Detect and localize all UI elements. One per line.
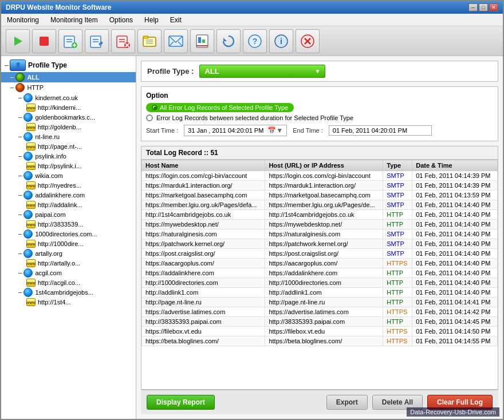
sidebar-item-http[interactable]: ─ HTTP — [1, 82, 136, 93]
cell-host: http://addlink1.com — [142, 288, 265, 298]
table-row[interactable]: https://aacargoplus.com/https://aacargop… — [142, 259, 498, 268]
expand-http-icon: ─ — [10, 85, 14, 90]
display-report-button[interactable]: Display Report — [147, 395, 215, 410]
paipai-www-icon: www — [26, 220, 36, 228]
play-button[interactable] — [6, 29, 30, 53]
export-button[interactable]: Export — [326, 395, 368, 410]
sidebar-item-kindernet-url[interactable]: www http://kinderni... — [1, 103, 136, 112]
sidebar-item-all[interactable]: ─ ALL — [1, 72, 136, 82]
maximize-button[interactable]: □ — [479, 3, 488, 11]
table-row[interactable]: https://marketgoal.basecamphq.comhttps:/… — [142, 191, 498, 200]
sidebar-item-psylink-url[interactable]: www http://psylink.i... — [1, 161, 136, 171]
sidebar-item-ntline-url[interactable]: www http://page.nt-... — [1, 142, 136, 151]
sidebar-item-addalink[interactable]: ─ addalinkhere.com — [1, 190, 136, 200]
sidebar-item-artally[interactable]: ─ artally.org — [1, 248, 136, 259]
cell-type: SMTP — [383, 200, 412, 210]
menu-monitoring-item[interactable]: Monitoring Item — [47, 15, 101, 25]
sidebar-item-1000dir[interactable]: ─ 1000directories.com... — [1, 229, 136, 239]
sidebar-item-paipai-url[interactable]: www http://3833539... — [1, 220, 136, 229]
sidebar-item-1000dir-url[interactable]: www http://1000dire... — [1, 239, 136, 248]
sidebar-item-1st4cam-url[interactable]: www http://1st4... — [1, 298, 136, 307]
addalink-www-icon: www — [26, 201, 36, 209]
table-row[interactable]: https://patchwork.kernel.org/https://pat… — [142, 239, 498, 249]
expand-wikia-icon: ─ — [18, 173, 22, 179]
right-panel: Profile Type : ALL ▼ Option All Error L — [136, 56, 503, 419]
table-row[interactable]: https://marduk1.interaction.org/https://… — [142, 181, 498, 191]
menu-exit[interactable]: Exit — [167, 15, 185, 25]
svg-marker-0 — [14, 37, 22, 46]
table-row[interactable]: https://naturalginesis.comhttps://natura… — [142, 229, 498, 239]
sidebar-item-ntline[interactable]: ─ nt-line.ru — [1, 132, 136, 142]
option-title: Option — [146, 92, 493, 100]
radio-row-2: Error Log Records between selected durat… — [146, 114, 493, 121]
table-row[interactable]: https://filebox.vt.eduhttps://filebox.vt… — [142, 327, 498, 336]
minimize-button[interactable]: ─ — [468, 3, 478, 11]
add-item-button[interactable] — [58, 29, 82, 53]
end-time-label: End Time : — [293, 127, 323, 134]
table-row[interactable]: https://beta.bloglines.com/https://beta.… — [142, 336, 498, 346]
table-row[interactable]: https://advertise.latimes.comhttps://adv… — [142, 307, 498, 317]
clear-full-log-button[interactable]: Clear Full Log — [427, 395, 493, 410]
import-button[interactable] — [137, 29, 162, 53]
cell-host: http://page.nt-line.ru — [142, 298, 265, 307]
cell-date: 01 Feb, 2011 04:14:40 PM — [412, 229, 498, 239]
sidebar-item-golden[interactable]: ─ goldenbookmarks.c... — [1, 112, 136, 122]
expand-artally-icon: ─ — [18, 251, 22, 256]
cell-date: 01 Feb, 2011 04:14:45 PM — [412, 317, 498, 327]
1st4cam-www-icon: www — [26, 298, 36, 306]
sidebar-item-wikia-url[interactable]: www http://nyedres... — [1, 181, 136, 190]
table-row[interactable]: http://addlink1.comhttp://addlink1.comHT… — [142, 288, 498, 298]
table-row[interactable]: https://member.lgiu.org.uk/Pages/defa...… — [142, 200, 498, 210]
table-row[interactable]: https://login.cos.com/cgi-bin/accounthtt… — [142, 171, 498, 181]
refresh-button[interactable] — [216, 29, 241, 53]
menu-options[interactable]: Options — [106, 15, 136, 25]
email-button[interactable] — [164, 29, 188, 53]
table-row[interactable]: https://mywebdesktop.net/https://mywebde… — [142, 220, 498, 229]
end-time-input[interactable]: 01 Feb, 2011 04:20:01 PM — [329, 125, 432, 136]
stop-button[interactable] — [32, 29, 56, 53]
sidebar-item-golden-url[interactable]: www http://goldenb... — [1, 122, 136, 132]
sidebar-item-psylink[interactable]: ─ psylink.info — [1, 151, 136, 161]
table-row[interactable]: https://post.craigslist.org/https://post… — [142, 249, 498, 259]
radio-duration-btn[interactable] — [146, 114, 153, 121]
start-calendar-icon[interactable]: 📅▼ — [267, 126, 283, 134]
delete-all-button[interactable]: Delete All — [372, 395, 423, 410]
golden-label: goldenbookmarks.c... — [35, 114, 95, 121]
col-type: Type — [383, 160, 412, 171]
cell-url: https://member.lgiu.org.uk/Pages/de... — [265, 200, 383, 210]
sidebar-item-1st4cam[interactable]: ─ 1st4cambridgejobs... — [1, 287, 136, 298]
sidebar-item-kindernet[interactable]: ─ kindernet.co.uk — [1, 93, 136, 103]
edit-item-button[interactable] — [85, 29, 109, 53]
table-row[interactable]: https://addalinkhere.comhttps://addalink… — [142, 268, 498, 278]
help-button[interactable]: ? — [243, 29, 267, 53]
sidebar-item-acgil[interactable]: ─ acgil.com — [1, 268, 136, 278]
sidebar-item-artally-url[interactable]: www http://artally.o... — [1, 259, 136, 268]
cell-type: SMTP — [383, 239, 412, 249]
table-row[interactable]: http://page.nt-line.ruhttp://page.nt-lin… — [142, 298, 498, 307]
cell-type: SMTP — [383, 171, 412, 181]
radio-all-logs[interactable]: All Error Log Records of Selected Profil… — [146, 103, 294, 112]
start-time-input[interactable]: 31 Jan , 2011 04:20:01 PM 📅▼ — [184, 125, 287, 136]
table-row[interactable]: http://1000directories.comhttp://1000dir… — [142, 278, 498, 288]
collapse-icon[interactable]: ─ — [5, 62, 9, 69]
sidebar-item-addalink-url[interactable]: www http://addalink... — [1, 200, 136, 209]
info-button[interactable]: i — [269, 29, 293, 53]
svg-rect-28 — [196, 45, 208, 46]
close-button[interactable]: ✕ — [489, 3, 498, 11]
delete-item-button[interactable] — [111, 29, 135, 53]
sidebar-item-wikia[interactable]: ─ wikia.com — [1, 171, 136, 181]
profile-type-dropdown[interactable]: ALL ▼ — [199, 65, 325, 78]
table-row[interactable]: http://38335393.paipai.comhttp://3833539… — [142, 317, 498, 327]
report-button[interactable] — [190, 29, 214, 53]
sidebar-item-paipai[interactable]: ─ paipai.com — [1, 209, 136, 220]
cell-date: 01 Feb, 2011 04:14:39 PM — [412, 171, 498, 181]
exit-app-button[interactable] — [296, 29, 320, 53]
table-row[interactable]: http://1st4cambridgejobs.co.ukhttp://1st… — [142, 210, 498, 220]
log-table-container[interactable]: Host Name Host (URL) or IP Address Type … — [141, 160, 498, 389]
menu-monitoring[interactable]: Monitoring — [3, 15, 42, 25]
menu-help[interactable]: Help — [141, 15, 162, 25]
cell-date: 01 Feb, 2011 04:14:42 PM — [412, 307, 498, 317]
expand-1st4cam-icon: ─ — [18, 290, 22, 295]
sidebar-header: ─ 👤 Profile Type — [1, 58, 136, 72]
sidebar-item-acgil-url[interactable]: www http://acgil.co... — [1, 278, 136, 287]
